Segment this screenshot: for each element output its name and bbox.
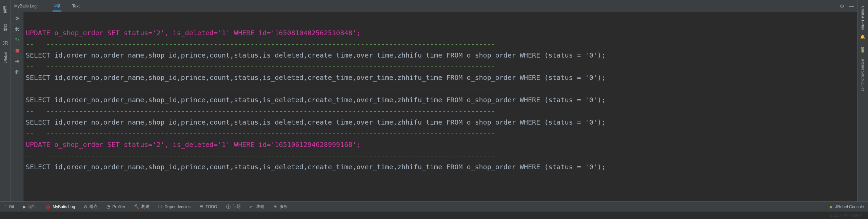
sb-dependencies[interactable]: ❒Dependencies [158, 204, 191, 209]
sb-todo[interactable]: ☰TODO [199, 204, 217, 209]
log-line: UPDATE o_shop_order SET status='2', is_d… [26, 139, 855, 150]
sb-profiler[interactable]: ◔Profiler [106, 204, 125, 209]
jrebel-console-icon: ◆ [829, 204, 832, 209]
gear-icon[interactable]: ⚙ [840, 3, 844, 9]
log-line: -- -------------------------------------… [26, 128, 855, 139]
structure-icon[interactable]: ⧉ [4, 22, 7, 28]
log-line: SELECT id,order_no,order_name,shop_id,pr… [26, 50, 855, 61]
left-tool-strip: ◧ 书签 ⧉ 结构 JR JRebel [0, 0, 11, 201]
log-line: -- -------------------------------------… [26, 61, 855, 72]
sb-build[interactable]: 🔨构建 [134, 204, 150, 210]
right-strip-chatgpt[interactable]: ChatGPT-Plus [861, 6, 865, 30]
jrebel-console-label[interactable]: JRebel Console [835, 204, 864, 209]
panel-title: MyBatis Log: [14, 4, 38, 8]
sql-log-output[interactable]: -- -------------------------------------… [24, 12, 857, 201]
log-line: UPDATE o_shop_order SET status='2', is_d… [26, 27, 855, 39]
bell-icon[interactable]: 🔔 [860, 35, 865, 39]
jrebel-right-icon[interactable]: ◆ [861, 49, 864, 53]
sb-mybatis-log[interactable]: 🐞MyBatis Log [45, 204, 75, 209]
log-line: -- -------------------------------------… [26, 106, 855, 117]
log-line: SELECT id,order_no,order_name,shop_id,pr… [26, 94, 855, 106]
bookmarks-icon[interactable]: ◧ [3, 5, 7, 10]
log-line: SELECT id,order_no,order_name,shop_id,pr… [26, 161, 855, 173]
right-strip-jrebel-guide[interactable]: JRebel Setup Guide [861, 58, 865, 91]
jrebel-icon[interactable]: JR [2, 40, 8, 46]
log-line: SELECT id,order_no,order_name,shop_id,pr… [26, 117, 855, 128]
watermark: CSDN @linxiMY [830, 213, 863, 218]
sb-problems[interactable]: ⓘ问题 [226, 204, 241, 210]
log-tool-column: ⚙ 🛠 ↻ ⇥ 🗑 [11, 12, 24, 201]
log-line: -- -------------------------------------… [26, 39, 855, 50]
rerun-icon[interactable]: ↻ [15, 37, 19, 43]
log-line: -- -------------------------------------… [26, 150, 855, 161]
log-line: -- -------------------------------------… [26, 83, 855, 94]
tab-sql[interactable]: Sql [53, 0, 61, 12]
panel-tabbar: MyBatis Log: Sql Text ⚙ — [11, 0, 857, 12]
sb-git[interactable]: ᚶGit [4, 204, 14, 209]
tab-text[interactable]: Text [71, 1, 81, 11]
minimize-icon[interactable]: — [849, 3, 854, 9]
sb-run[interactable]: ▶运行 [23, 204, 36, 210]
status-bar: ᚶGit ▶运行 🐞MyBatis Log ⊙端点 ◔Profiler 🔨构建 … [0, 201, 868, 212]
left-strip-jrebel[interactable]: JRebel [3, 52, 7, 63]
step-icon[interactable]: ⇥ [15, 58, 19, 64]
center-panel: MyBatis Log: Sql Text ⚙ — ⚙ 🛠 ↻ ⇥ 🗑 -- -… [11, 0, 857, 201]
sb-services[interactable]: ⚘服务 [273, 204, 288, 210]
sb-endpoints[interactable]: ⊙端点 [84, 204, 98, 210]
tools-icon[interactable]: 🛠 [15, 26, 20, 32]
stop-icon[interactable] [16, 48, 19, 53]
log-line: -- -------------------------------------… [26, 16, 855, 27]
sb-terminal[interactable]: >_终端 [250, 204, 265, 210]
log-line: SELECT id,order_no,order_name,shop_id,pr… [26, 72, 855, 83]
right-tool-strip: ChatGPT-Plus 🔔 通知 ◆ JRebel Setup Guide [857, 0, 868, 201]
settings-icon[interactable]: ⚙ [15, 16, 19, 22]
trash-icon[interactable]: 🗑 [15, 69, 20, 75]
